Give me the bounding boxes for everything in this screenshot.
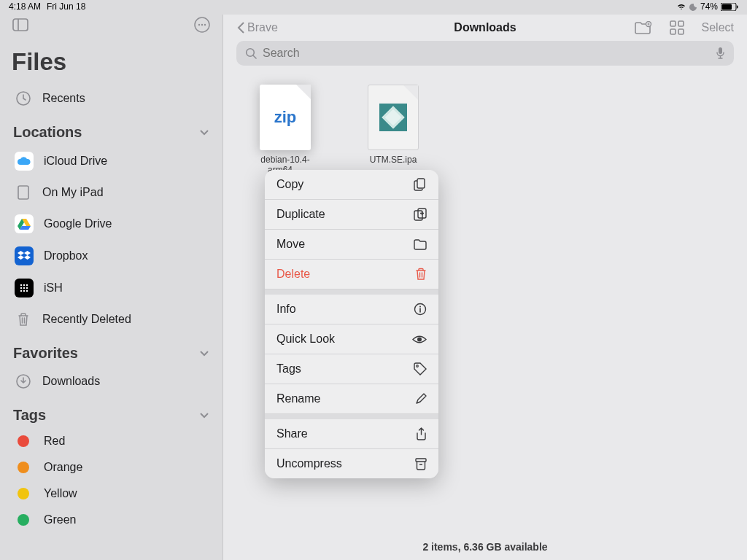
status-bar: 4:18 AM Fri Jun 18 74% [0,0,747,13]
sidebar-item-recents[interactable]: Recents [12,83,211,114]
svg-rect-25 [678,29,684,34]
folder-icon [414,239,427,250]
chevron-down-icon [199,412,209,419]
gdrive-icon [15,214,34,233]
sidebar-item-location[interactable]: Dropbox [12,240,211,272]
sidebar-toggle-icon[interactable] [12,16,29,34]
sidebar-item-label: On My iPad [42,186,208,199]
app-title: Files [12,48,211,76]
mic-icon[interactable] [716,47,725,60]
sidebar: Files Recents Locations iCloud DriveOn M… [0,15,222,560]
svg-point-16 [26,287,28,289]
file-item[interactable]: UTM.SE.ipa [360,85,426,165]
select-button[interactable]: Select [702,21,734,34]
sidebar-item-favorite[interactable]: Downloads [12,366,211,397]
status-date: Fri Jun 18 [47,1,85,12]
tag-icon [414,362,427,376]
zip-file-icon: zip [260,85,311,150]
svg-rect-23 [678,21,684,26]
chevron-down-icon [199,129,209,136]
menu-item-uncompress[interactable]: Uncompress [265,449,438,478]
svg-rect-22 [670,21,676,26]
footer-status: 2 items, 6.36 GB available [223,534,747,560]
eye-icon [412,335,427,344]
sidebar-item-label: Dropbox [44,249,208,262]
menu-item-duplicate[interactable]: Duplicate [265,200,438,230]
menu-item-info[interactable]: Info [265,295,438,324]
menu-item-label: Delete [276,268,310,281]
svg-point-18 [23,290,25,292]
menu-item-label: Share [276,427,308,440]
svg-point-13 [26,284,28,286]
info-icon [414,303,427,316]
sidebar-item-label: iSH [44,281,208,295]
menu-item-label: Quick Look [276,332,335,346]
ish-icon [15,279,34,298]
download-circle-icon [15,373,32,390]
chevron-down-icon [199,350,209,357]
back-button[interactable]: Brave [236,20,398,35]
menu-item-move[interactable]: Move [265,230,438,260]
pencil-icon [415,393,427,405]
clock-icon [15,90,32,107]
menu-item-label: Info [276,303,296,316]
chevron-left-icon [236,20,246,35]
tag-dot-icon [18,462,29,473]
menu-item-label: Rename [276,392,320,405]
sidebar-item-tag[interactable]: Red [12,428,211,454]
svg-point-6 [198,24,200,26]
svg-rect-36 [416,459,426,462]
trash-icon [15,311,32,328]
view-grid-icon[interactable] [670,20,684,35]
svg-rect-1 [722,4,732,9]
file-name: UTM.SE.ipa [370,155,417,165]
svg-rect-24 [670,29,676,34]
wifi-icon [676,3,686,10]
sidebar-item-location[interactable]: Google Drive [12,208,211,240]
tag-dot-icon [18,514,29,526]
search-input[interactable] [263,47,710,60]
menu-item-share[interactable]: Share [265,419,438,449]
svg-line-27 [253,55,256,58]
menu-item-delete[interactable]: Delete [265,260,438,289]
menu-item-label: Move [276,238,305,251]
menu-item-quick-look[interactable]: Quick Look [265,324,438,354]
svg-point-12 [23,284,25,286]
context-menu: CopyDuplicateMoveDeleteInfoQuick LookTag… [265,170,438,478]
sidebar-item-label: iCloud Drive [44,155,208,168]
sidebar-item-label: Orange [44,461,208,474]
moon-icon [689,3,697,11]
sidebar-item-label: Google Drive [44,217,208,230]
sidebar-item-location[interactable]: iCloud Drive [12,145,211,177]
svg-rect-2 [737,5,738,8]
section-header-favorites[interactable]: Favorites [12,335,211,366]
archive-icon [415,458,427,470]
sidebar-item-label: Recently Deleted [42,313,208,326]
svg-point-11 [20,284,22,286]
sidebar-item-tag[interactable]: Yellow [12,481,211,507]
sidebar-item-location[interactable]: iSH [12,272,211,304]
sidebar-item-tag[interactable]: Orange [12,454,211,481]
icloud-icon [15,152,34,171]
search-field[interactable] [236,41,734,66]
dropbox-icon [15,246,34,265]
more-icon[interactable] [193,16,211,34]
menu-item-label: Copy [276,178,303,191]
share-icon [416,427,427,440]
menu-item-rename[interactable]: Rename [265,384,438,414]
section-header-tags[interactable]: Tags [12,397,211,428]
tag-dot-icon [18,435,29,447]
menu-item-label: Uncompress [276,457,342,470]
sidebar-item-tag[interactable]: Green [12,507,211,533]
sidebar-item-location[interactable]: On My iPad [12,177,211,208]
sidebar-item-label: Downloads [42,375,208,388]
svg-point-33 [419,306,421,308]
sidebar-item-label: Yellow [44,487,208,500]
new-folder-icon[interactable] [635,21,652,35]
status-time: 4:18 AM [9,1,41,12]
menu-item-tags[interactable]: Tags [265,354,438,384]
menu-item-copy[interactable]: Copy [265,170,438,200]
section-header-locations[interactable]: Locations [12,114,211,145]
sidebar-item-location[interactable]: Recently Deleted [12,304,211,335]
svg-point-35 [417,365,419,368]
